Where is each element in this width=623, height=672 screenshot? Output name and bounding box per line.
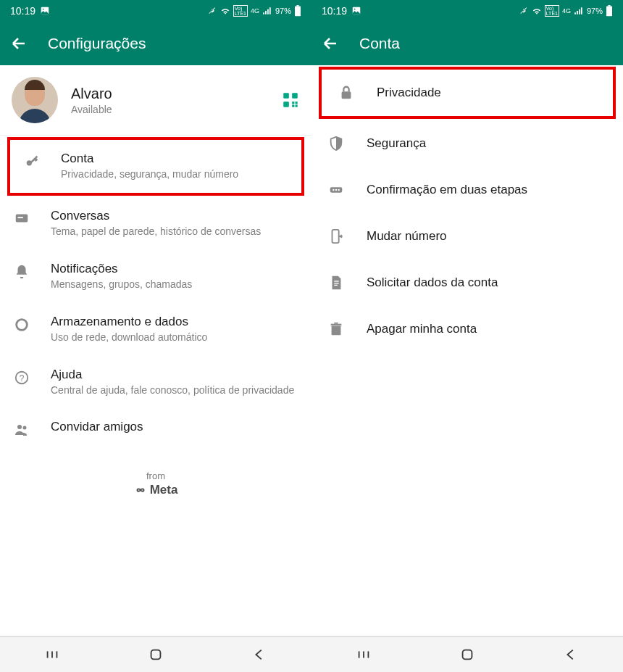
signal-icon [574,6,584,16]
lock-icon [338,84,355,101]
settings-item-help[interactable]: ? Ajuda Central de ajuda, fale conosco, … [0,356,312,409]
account-item-title: Segurança [367,136,426,151]
account-item-title: Mudar número [367,229,447,244]
back-icon[interactable] [10,35,28,52]
svg-rect-37 [331,324,342,325]
mute-icon [519,6,529,16]
svg-rect-33 [334,281,338,281]
back-icon[interactable] [322,35,339,52]
navigation-bar [312,636,623,672]
settings-item-title: Ajuda [51,368,298,382]
svg-rect-4 [283,93,289,99]
nav-recents-icon[interactable] [356,647,372,663]
settings-item-subtitle: Privacidade, segurança, mudar número [61,167,288,181]
mute-icon [207,6,217,16]
account-item-two-step[interactable]: Confirmação em duas etapas [312,167,623,213]
profile-name: Alvaro [71,86,268,102]
svg-point-24 [354,9,356,10]
settings-item-title: Conversas [51,209,298,223]
people-icon [13,421,30,439]
profile-status: Available [71,104,268,115]
settings-item-subtitle: Uso de rede, download automático [51,331,298,344]
svg-rect-25 [606,7,612,17]
settings-item-account[interactable]: Conta Privacidade, segurança, mudar núme… [7,137,304,196]
svg-rect-10 [296,105,298,107]
settings-item-chats[interactable]: Conversas Tema, papel de parede, históri… [0,197,312,250]
chat-icon [13,210,30,228]
shield-icon [327,135,345,152]
volte-indicator: Vo)LTE1 [545,5,559,17]
gallery-icon [351,6,361,16]
account-item-title: Solicitar dados da conta [367,275,498,290]
battery-text: 97% [275,7,291,15]
document-icon [327,274,345,291]
settings-item-subtitle: Tema, papel de parede, histórico de conv… [51,225,298,238]
network-indicator: 4G [251,7,259,14]
account-item-request-info[interactable]: Solicitar dados da conta [312,260,623,306]
account-item-title: Privacidade [377,86,441,100]
svg-point-31 [338,189,339,191]
nav-back-icon[interactable] [251,647,267,663]
key-icon [23,153,41,170]
footer-from: from [0,470,312,481]
nav-home-icon[interactable] [459,647,475,663]
profile-row[interactable]: Alvaro Available [0,65,312,136]
battery-icon [294,5,301,17]
settings-item-title: Notificações [51,262,298,276]
settings-item-subtitle: Central de ajuda, fale conosco, política… [51,383,298,397]
account-item-delete[interactable]: Apagar minha conta [312,306,623,352]
settings-item-notifications[interactable]: Notificações Mensagens, grupos, chamadas [0,250,312,303]
svg-rect-6 [283,101,289,107]
account-item-change-number[interactable]: Mudar número [312,213,623,260]
settings-content: Alvaro Available Conta Privacidade, segu… [0,65,312,636]
help-icon: ? [13,369,30,386]
battery-icon [606,5,613,17]
settings-item-storage[interactable]: Armazenamento e dados Uso de rede, downl… [0,303,312,356]
footer-meta: Meta [150,483,178,497]
svg-rect-36 [332,325,341,335]
svg-rect-13 [18,217,23,218]
svg-rect-3 [296,5,298,7]
network-indicator: 4G [562,7,571,14]
account-content: Privacidade Segurança Confirmação em dua… [312,65,623,636]
svg-rect-2 [295,7,301,17]
account-item-privacy[interactable]: Privacidade [319,67,616,119]
settings-item-title: Convidar amigos [51,420,298,434]
gallery-icon [40,6,50,16]
account-item-title: Apagar minha conta [367,322,477,336]
svg-rect-26 [608,5,610,7]
svg-point-30 [335,189,337,191]
status-time: 10:19 [322,5,347,17]
status-time: 10:19 [10,5,35,17]
svg-rect-35 [334,285,338,286]
status-bar: 10:19 Vo)LTE1 4G 97% [312,0,623,22]
svg-point-29 [333,189,334,191]
settings-item-invite[interactable]: Convidar amigos [0,408,312,450]
status-bar: 10:19 Vo)LTE1 4G 97% [0,0,312,22]
data-usage-icon [13,316,30,333]
svg-point-18 [23,426,27,430]
nav-recents-icon[interactable] [44,647,60,663]
page-title: Configurações [48,35,146,52]
settings-item-subtitle: Mensagens, grupos, chamadas [51,278,298,291]
svg-rect-9 [292,105,294,107]
svg-point-1 [43,9,44,10]
nav-home-icon[interactable] [148,647,164,663]
nav-back-icon[interactable] [563,647,579,663]
phone-left: 10:19 Vo)LTE1 4G 97% Con [0,0,312,672]
account-item-security[interactable]: Segurança [312,120,623,167]
svg-text:?: ? [20,373,25,383]
wifi-icon [220,6,230,16]
navigation-bar [0,636,312,672]
volte-indicator: Vo)LTE1 [233,5,248,17]
svg-rect-27 [342,91,351,99]
svg-point-14 [17,319,28,330]
password-icon [327,181,345,199]
svg-rect-38 [334,323,338,324]
app-bar: Conta [312,22,623,65]
meta-footer: from Meta [0,470,312,497]
qr-icon[interactable] [281,91,300,109]
trash-icon [327,320,345,338]
phone-right: 10:19 Vo)LTE1 4G 97% Con [312,0,623,672]
settings-item-title: Conta [61,152,288,166]
